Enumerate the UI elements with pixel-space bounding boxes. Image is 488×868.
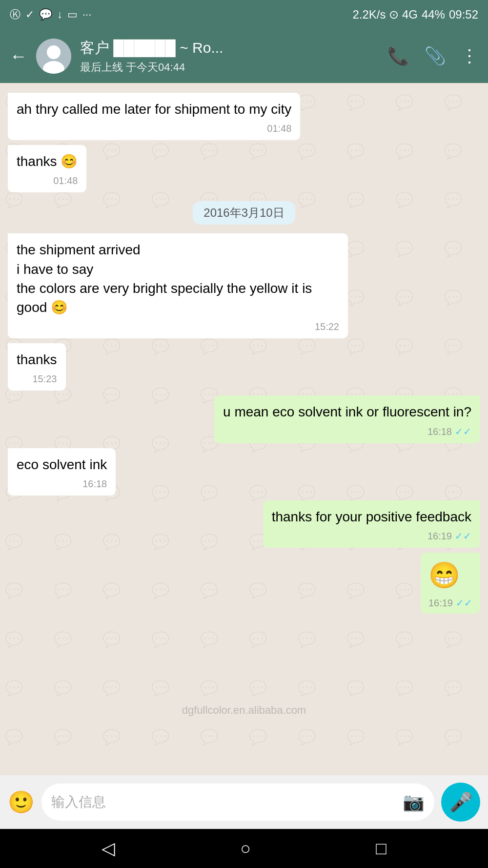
card-icon: ▭ [67, 8, 78, 21]
bubble-outgoing: thanks for your positive feedback 16:19 … [263, 500, 480, 548]
message-row: 😁 16:19 ✓✓ [8, 553, 480, 614]
message-row: eco solvent ink 16:18 [8, 448, 480, 496]
bubble-incoming: the shipment arrivedi have to saythe col… [8, 233, 348, 338]
message-row: ah thry called me later for shipment to … [8, 93, 480, 140]
nav-bar: ◁ ○ □ [0, 829, 488, 868]
message-row: u mean eco solvent ink or fluorescent in… [8, 395, 480, 443]
bubble-outgoing: 😁 16:19 ✓✓ [421, 553, 480, 614]
chat-header: ← 客户 ██████ ~ Ro... 最后上线 于今天04:44 📞 📎 ⋮ [0, 29, 488, 83]
chat-area: ah thry called me later for shipment to … [0, 83, 488, 775]
mic-icon: 🎤 [449, 791, 472, 813]
bubble-incoming: thanks 😊 01:48 [8, 145, 86, 192]
message-text: thanks 😊 [17, 154, 78, 169]
carrier-icon: Ⓚ [10, 7, 20, 22]
message-time: 16:19 [428, 596, 453, 610]
contact-name: 客户 ██████ ~ Ro... [80, 38, 379, 58]
message-time: 16:18 [82, 477, 107, 491]
check-icon: ✓ [25, 8, 34, 21]
download-icon: ↓ [57, 8, 62, 21]
message-ticks: ✓✓ [455, 425, 471, 438]
message-ticks: ✓✓ [455, 529, 471, 543]
network-speed: 2.2K/s ⊙ 4G [353, 8, 418, 21]
attach-button[interactable]: 📎 [424, 46, 446, 66]
message-text: ah thry called me later for shipment to … [17, 102, 291, 117]
watermark: dgfullcolor.en.alibaba.com [182, 704, 306, 717]
status-bar: Ⓚ ✓ 💬 ↓ ▭ ··· 2.2K/s ⊙ 4G 44% 09:52 [0, 0, 488, 29]
more-dots: ··· [82, 8, 91, 21]
message-row: the shipment arrivedi have to saythe col… [8, 233, 480, 338]
input-bar: 🙂 📷 🎤 [0, 775, 488, 829]
date-label: 2016年3月10日 [193, 201, 295, 225]
message-time: 01:48 [53, 174, 78, 187]
message-text: u mean eco solvent ink or fluorescent in… [223, 404, 471, 419]
bubble-incoming: ah thry called me later for shipment to … [8, 93, 300, 140]
message-text: the shipment arrivedi have to saythe col… [17, 242, 312, 315]
camera-button[interactable]: 📷 [403, 792, 425, 812]
mic-button[interactable]: 🎤 [441, 783, 480, 822]
message-text: eco solvent ink [17, 457, 107, 472]
date-divider: 2016年3月10日 [8, 201, 480, 225]
message-text: thanks [17, 352, 57, 367]
message-emoji: 😁 [428, 561, 460, 589]
message-time: 16:19 [427, 529, 452, 543]
message-row: thanks 15:23 [8, 343, 480, 391]
call-button[interactable]: 📞 [387, 46, 409, 66]
svg-point-1 [47, 45, 61, 59]
message-time: 01:48 [267, 122, 291, 135]
recent-nav-button[interactable]: □ [376, 838, 386, 859]
text-input-container: 📷 [41, 784, 434, 821]
message-indicator: 💬 [39, 8, 52, 21]
contact-info: 客户 ██████ ~ Ro... 最后上线 于今天04:44 [80, 38, 379, 75]
emoji-button[interactable]: 🙂 [8, 789, 35, 815]
bubble-incoming: eco solvent ink 16:18 [8, 448, 116, 496]
contact-status: 最后上线 于今天04:44 [80, 60, 379, 75]
status-left: Ⓚ ✓ 💬 ↓ ▭ ··· [10, 7, 91, 22]
message-time: 15:23 [32, 372, 57, 386]
time-display: 09:52 [449, 8, 478, 21]
contact-avatar[interactable] [36, 39, 71, 74]
battery-level: 44% [422, 8, 445, 21]
more-button[interactable]: ⋮ [461, 46, 478, 66]
message-time: 15:22 [315, 320, 339, 333]
home-nav-button[interactable]: ○ [240, 838, 251, 859]
back-nav-button[interactable]: ◁ [102, 838, 115, 859]
message-time: 16:18 [427, 425, 452, 438]
status-right: 2.2K/s ⊙ 4G 44% 09:52 [353, 8, 479, 21]
message-row: thanks 😊 01:48 [8, 145, 480, 192]
message-text: thanks for your positive feedback [272, 509, 471, 524]
bubble-incoming: thanks 15:23 [8, 343, 66, 391]
message-row: thanks for your positive feedback 16:19 … [8, 500, 480, 548]
message-input[interactable] [51, 794, 398, 810]
back-button[interactable]: ← [10, 46, 27, 66]
header-actions: 📞 📎 ⋮ [387, 46, 478, 66]
message-ticks: ✓✓ [456, 596, 472, 610]
bubble-outgoing: u mean eco solvent ink or fluorescent in… [214, 395, 480, 443]
